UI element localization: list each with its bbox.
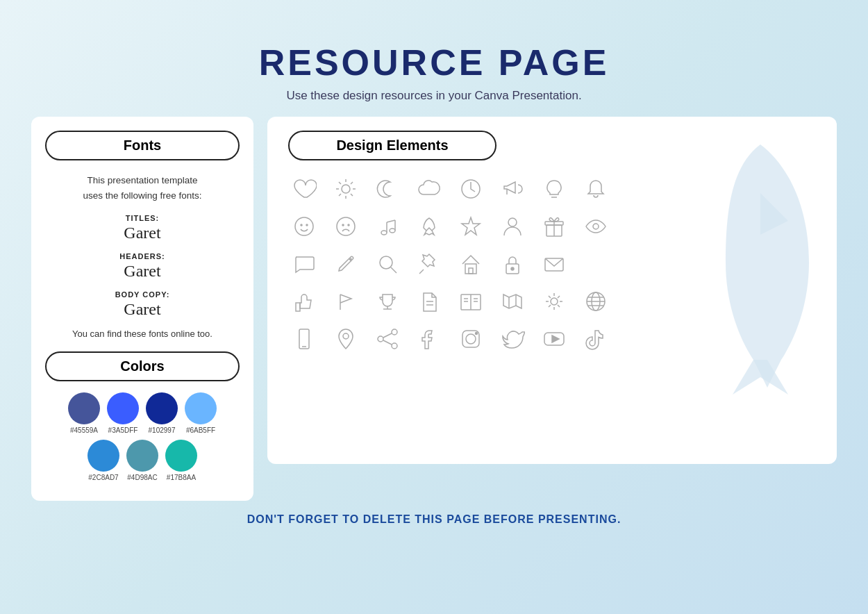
svg-point-34 (511, 267, 514, 270)
lock-icon (496, 248, 528, 280)
icon-row-3 (288, 248, 621, 280)
megaphone-icon (496, 173, 528, 205)
svg-marker-22 (462, 217, 480, 235)
font-description: This presentation template uses the foll… (45, 173, 240, 203)
svg-line-7 (351, 182, 353, 184)
moon-icon (372, 173, 403, 205)
svg-point-0 (342, 185, 350, 193)
twitter-icon (496, 323, 528, 355)
svg-point-11 (295, 217, 313, 235)
color-swatch (107, 392, 139, 424)
tiktok-icon (580, 323, 612, 355)
color-row-1: #45559A #3A5DFF #102997 #6AB5FF (45, 392, 240, 434)
svg-point-51 (551, 298, 558, 305)
bell-icon (580, 173, 612, 205)
color-label: #6AB5FF (186, 426, 215, 434)
svg-point-13 (306, 224, 308, 226)
map-icon (496, 285, 528, 317)
svg-point-23 (508, 218, 517, 226)
svg-point-15 (342, 224, 344, 226)
svg-point-65 (476, 333, 478, 335)
font-desc-line2: uses the following free fonts: (83, 190, 201, 201)
svg-marker-67 (552, 335, 559, 342)
font-label-titles: TITLES: (45, 214, 240, 222)
color-swatch (146, 392, 178, 424)
shark-decoration (698, 138, 823, 388)
content-row: Fonts This presentation template uses th… (31, 117, 837, 501)
page-subtitle: Use these design resources in your Canva… (259, 89, 610, 103)
svg-line-8 (339, 194, 341, 196)
fonts-header: Fonts (45, 131, 240, 160)
font-headers: HEADERS: Garet (45, 252, 240, 281)
svg-marker-48 (503, 294, 521, 308)
svg-point-27 (593, 224, 599, 229)
star-icon (455, 210, 487, 242)
bulb-icon (538, 173, 570, 205)
icon-row-1 (288, 173, 621, 205)
settings-icon (538, 285, 570, 317)
person-icon (496, 210, 528, 242)
svg-line-61 (383, 333, 392, 338)
swatch-102997: #102997 (146, 392, 178, 434)
trophy-icon (372, 285, 403, 317)
svg-point-28 (380, 256, 392, 269)
font-name-body: Garet (45, 300, 240, 319)
swatch-45559A: #45559A (68, 392, 100, 434)
youtube-icon (538, 323, 570, 355)
color-label: #45559A (70, 426, 98, 434)
font-label-body: BODY COPY: (45, 290, 240, 299)
svg-point-16 (348, 224, 349, 226)
svg-point-58 (392, 329, 397, 335)
phone-icon (288, 323, 320, 355)
sad-icon (330, 210, 362, 242)
left-panel: Fonts This presentation template uses th… (31, 117, 253, 501)
page-title: RESOURCE PAGE (259, 42, 610, 83)
font-titles: TITLES: Garet (45, 214, 240, 242)
share-icon (372, 323, 403, 355)
icon-row-5 (288, 323, 621, 355)
font-label-headers: HEADERS: (45, 252, 240, 260)
svg-line-30 (419, 269, 424, 274)
color-label: #17B8AA (167, 474, 196, 481)
rocket-icon (413, 210, 445, 242)
document-icon (413, 285, 445, 317)
search-icon (372, 248, 403, 280)
svg-point-17 (381, 231, 387, 235)
facebook-icon (413, 323, 445, 355)
eye-icon (580, 210, 612, 242)
heart-icon (288, 173, 320, 205)
chat-icon (288, 248, 320, 280)
svg-rect-31 (465, 264, 476, 274)
clock-icon (455, 173, 487, 205)
thumbsup-icon (288, 285, 320, 317)
icons-grid (288, 173, 621, 355)
swatch-4D98AC: #4D98AC (126, 440, 158, 481)
svg-rect-32 (469, 268, 473, 274)
book-icon (455, 285, 487, 317)
color-swatch (68, 392, 100, 424)
icon-row-2 (288, 210, 621, 242)
location-icon (330, 323, 362, 355)
svg-point-18 (390, 229, 395, 233)
color-row-2: #2C8AD7 #4D98AC #17B8AA (45, 440, 240, 481)
swatch-3A5DFF: #3A5DFF (107, 392, 139, 434)
color-swatch (87, 440, 119, 472)
color-label: #2C8AD7 (88, 474, 118, 481)
font-name-titles: Garet (45, 224, 240, 242)
svg-point-60 (392, 343, 397, 349)
icon-row-4 (288, 285, 621, 317)
svg-point-64 (466, 334, 476, 344)
color-swatch (185, 392, 217, 424)
page-header: RESOURCE PAGE Use these design resources… (259, 42, 610, 103)
swatch-17B8AA: #17B8AA (165, 440, 197, 481)
svg-line-6 (351, 194, 353, 196)
sun-icon (330, 173, 362, 205)
colors-header: Colors (45, 351, 240, 381)
svg-line-62 (383, 340, 392, 345)
design-elements-header: Design Elements (288, 131, 496, 160)
color-label: #3A5DFF (108, 426, 138, 434)
color-swatch (165, 440, 197, 472)
font-name-headers: Garet (45, 262, 240, 281)
svg-point-59 (378, 336, 383, 342)
home-icon (455, 248, 487, 280)
